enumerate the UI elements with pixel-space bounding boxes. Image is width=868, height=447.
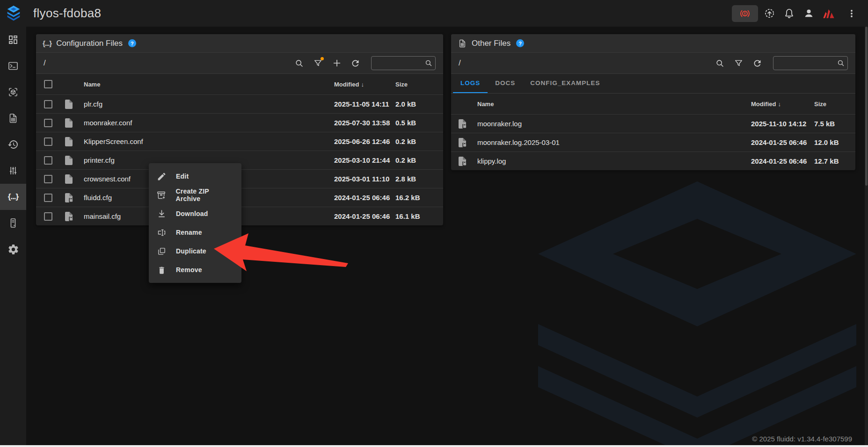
code-braces-icon: {...} — [8, 192, 18, 202]
sidebar-item-configuration[interactable]: {...} — [0, 184, 26, 210]
file-size: 12.0 kB — [814, 138, 848, 146]
search-icon — [715, 58, 725, 68]
help-icon[interactable]: ? — [516, 39, 524, 47]
row-checkbox[interactable] — [44, 137, 52, 146]
sidebar-item-settings[interactable] — [0, 236, 26, 262]
other-table-header: Name Modified↓ Size — [451, 94, 855, 114]
file-size: 16.1 kB — [395, 212, 436, 220]
table-row[interactable]: klippy.log 2024-01-25 06:46 12.7 kB — [451, 151, 855, 170]
download-icon — [156, 209, 167, 219]
menu-item-edit[interactable]: Edit — [149, 167, 241, 186]
column-header-modified[interactable]: Modified↓ — [751, 101, 814, 108]
brand-logo-button[interactable] — [820, 5, 837, 22]
tab-logs[interactable]: LOGS — [453, 74, 488, 93]
other-files-toolbar: / — [451, 53, 855, 74]
filter-active-badge — [321, 57, 324, 60]
fluidd-logo[interactable] — [0, 0, 27, 27]
add-file-button[interactable] — [329, 56, 344, 71]
cube-scan-icon — [7, 87, 19, 98]
row-checkbox[interactable] — [44, 100, 52, 108]
sort-desc-icon: ↓ — [778, 101, 781, 108]
file-size: 0.5 kB — [395, 119, 436, 127]
breadcrumb-path[interactable]: / — [459, 58, 461, 68]
filter-button[interactable] — [731, 56, 746, 71]
filter-button[interactable] — [310, 56, 326, 71]
emergency-stop-icon — [739, 7, 751, 20]
version-footer: © 2025 fluidd: v1.34.4-fe307599 — [752, 435, 852, 443]
table-row[interactable]: KlipperScreen.conf 2025-06-26 12:46 0.2 … — [36, 132, 443, 151]
sidebar-item-system[interactable] — [0, 210, 26, 236]
sidebar-item-jobs[interactable] — [0, 105, 26, 131]
bell-icon — [783, 7, 795, 19]
table-row[interactable]: moonraker.conf 2025-07-30 13:58 0.5 kB — [36, 113, 443, 132]
refresh-button[interactable] — [348, 56, 363, 71]
tab-config-examples[interactable]: CONFIG_EXAMPLES — [523, 74, 607, 93]
file-size: 0.2 kB — [395, 156, 436, 164]
file-modified: 2025-07-30 13:58 — [334, 119, 395, 127]
emergency-stop-button[interactable] — [732, 5, 758, 22]
table-row[interactable]: moonraker.log.2025-03-01 2024-01-25 06:4… — [451, 133, 855, 151]
row-checkbox[interactable] — [44, 212, 52, 221]
upload-progress-icon — [764, 7, 775, 19]
overflow-menu-button[interactable] — [843, 5, 860, 22]
sidebar-item-history[interactable] — [0, 131, 26, 158]
sidebar-item-gcode-preview[interactable] — [0, 79, 26, 105]
other-files-panel: Other Files ? / LOGS DOCS CONFIG_EXAMPLE… — [451, 34, 855, 170]
file-modified: 2025-03-10 21:44 — [334, 156, 395, 164]
row-checkbox[interactable] — [44, 175, 52, 183]
column-header-name[interactable]: Name — [84, 81, 334, 88]
file-locked-icon — [63, 211, 74, 222]
file-context-menu: Edit Create ZIP Archive Download Rename … — [149, 163, 241, 283]
fluidd-watermark-logo — [529, 177, 866, 447]
file-name: moonraker.conf — [84, 119, 334, 127]
column-header-name[interactable]: Name — [477, 101, 751, 108]
scrollbar-thumb[interactable] — [865, 27, 868, 186]
file-name: plr.cfg — [84, 100, 334, 108]
refresh-button[interactable] — [750, 56, 765, 71]
table-row[interactable]: plr.cfg 2025-11-05 14:11 2.0 kB — [36, 94, 443, 113]
configuration-files-toolbar: / — [36, 53, 443, 74]
column-header-size[interactable]: Size — [395, 81, 436, 88]
trash-icon — [156, 265, 167, 275]
other-files-header: Other Files ? — [451, 34, 855, 53]
file-name: klippy.log — [477, 157, 751, 165]
help-icon[interactable]: ? — [128, 39, 136, 47]
breadcrumb-path[interactable]: / — [44, 58, 46, 68]
sidebar-item-console[interactable] — [0, 53, 26, 79]
menu-item-duplicate[interactable]: Duplicate — [149, 242, 241, 260]
menu-item-create-zip-archive[interactable]: Create ZIP Archive — [149, 186, 241, 204]
table-row[interactable]: moonraker.log 2025-11-10 14:12 7.5 kB — [451, 114, 855, 133]
row-checkbox[interactable] — [44, 194, 52, 202]
refresh-icon — [752, 58, 762, 68]
user-button[interactable] — [800, 5, 817, 22]
row-checkbox[interactable] — [44, 156, 52, 165]
column-header-modified[interactable]: Modified↓ — [334, 81, 395, 88]
column-header-size[interactable]: Size — [814, 101, 848, 108]
zip-plus-icon — [156, 190, 167, 200]
search-toggle-button[interactable] — [712, 56, 728, 71]
menu-item-remove[interactable]: Remove — [149, 260, 241, 279]
notifications-button[interactable] — [780, 5, 797, 22]
file-icon — [63, 136, 74, 147]
plus-icon — [332, 58, 342, 68]
updates-button[interactable] — [761, 5, 778, 22]
file-modified: 2025-11-10 14:12 — [751, 120, 814, 128]
row-checkbox[interactable] — [44, 119, 52, 127]
tab-docs[interactable]: DOCS — [488, 74, 523, 93]
search-toggle-button[interactable] — [292, 56, 307, 71]
console-icon — [7, 60, 19, 72]
file-modified: 2025-03-01 11:10 — [334, 175, 395, 183]
menu-item-rename[interactable]: Rename — [149, 223, 241, 242]
refresh-icon — [350, 58, 360, 68]
printer-name-title[interactable]: flyos-fdoba8 — [33, 6, 101, 21]
panel-title: Other Files — [472, 39, 511, 48]
sidebar-item-dashboard[interactable] — [0, 27, 26, 53]
vertical-scrollbar[interactable] — [865, 27, 868, 447]
search-icon — [294, 58, 304, 68]
file-modified: 2024-01-25 06:46 — [334, 212, 395, 220]
file-locked-icon — [63, 192, 74, 203]
select-all-checkbox[interactable] — [44, 80, 52, 88]
file-size: 0.2 kB — [395, 137, 436, 145]
sidebar-item-tune[interactable] — [0, 158, 26, 184]
menu-item-download[interactable]: Download — [149, 204, 241, 223]
